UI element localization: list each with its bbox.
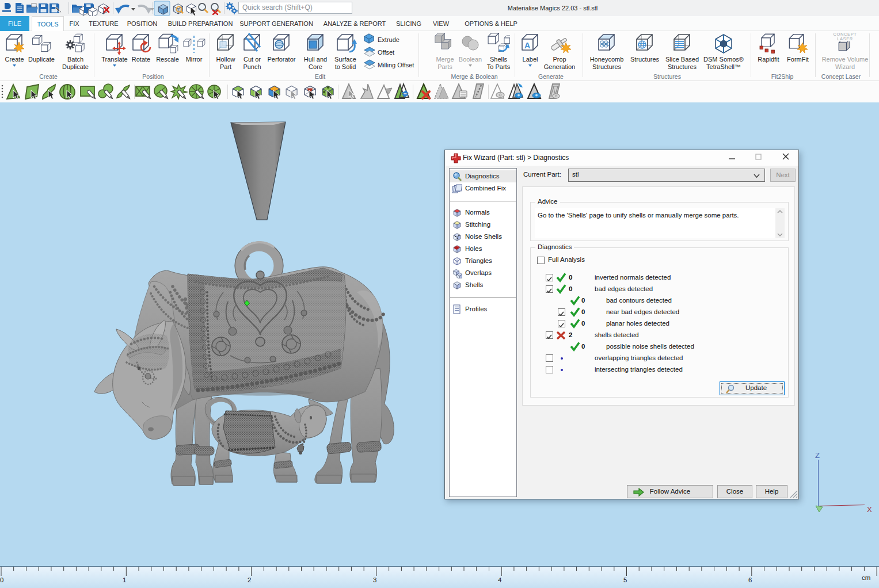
svg-text:Z: Z [815,451,820,460]
svg-text:A: A [524,41,530,50]
svg-text:X: X [867,505,872,514]
svg-text:4: 4 [498,576,502,583]
svg-text:1: 1 [123,576,126,583]
svg-text:3: 3 [373,576,376,583]
svg-text:6: 6 [748,576,752,583]
svg-text:5: 5 [623,576,627,583]
svg-text:cm: cm [862,574,870,581]
svg-text:2: 2 [248,576,251,583]
svg-text:0: 0 [0,576,3,583]
